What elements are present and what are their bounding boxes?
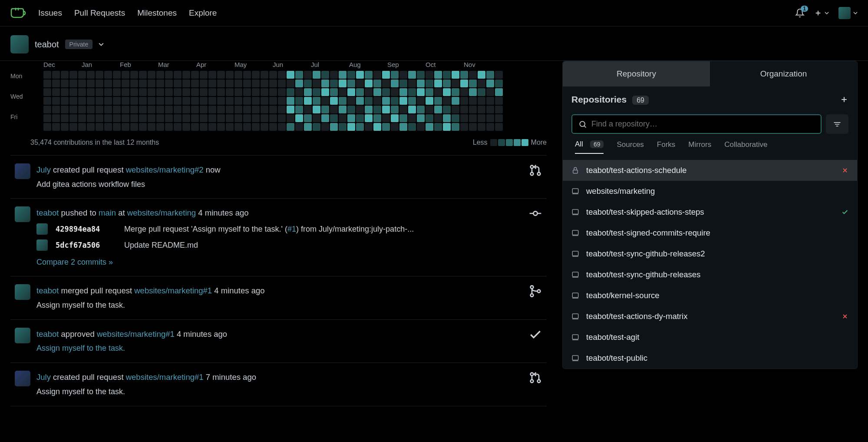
repositories-count: 69 xyxy=(632,96,649,105)
repo-item[interactable]: teabot/test-actions-dy-matrix xyxy=(563,306,857,327)
svg-point-8 xyxy=(531,380,534,383)
actor-link[interactable]: teabot xyxy=(36,286,59,295)
repo-icon xyxy=(571,333,580,341)
tab-repository[interactable]: Repository xyxy=(563,61,710,86)
search-icon xyxy=(578,120,587,129)
heatmap-grid[interactable] xyxy=(43,71,503,131)
target-link[interactable]: websites/marketing#1 xyxy=(134,286,212,295)
actor-link[interactable]: teabot xyxy=(36,208,59,217)
profile-header: teabot Private xyxy=(0,27,868,60)
repo-item[interactable]: teabot/test-sync-github-releases xyxy=(563,264,857,285)
repo-item[interactable]: teabot/test-public xyxy=(563,348,857,369)
repositories-title: Repositories xyxy=(571,94,627,104)
sort-button[interactable] xyxy=(826,114,848,134)
filter-tab[interactable]: Mirrors xyxy=(688,140,711,154)
profile-dropdown-icon[interactable] xyxy=(99,42,104,47)
heatmap-months: DecJanFebMarAprMayJunJulAugSepOctNov xyxy=(43,61,547,68)
commit-message: Update README.md xyxy=(124,239,198,252)
feed-avatar[interactable] xyxy=(15,284,30,300)
feed-avatar[interactable] xyxy=(15,206,30,222)
merge-icon xyxy=(528,284,542,298)
repo-name: teabot/kernel-source xyxy=(586,291,848,300)
nav-milestones[interactable]: Milestones xyxy=(137,8,177,18)
svg-point-3 xyxy=(533,212,537,216)
repo-name: teabot/test-sync-github-releases2 xyxy=(586,249,848,259)
filter-tab[interactable]: Sources xyxy=(617,140,644,154)
repo-name: teabot/test-sync-github-releases xyxy=(586,270,848,279)
commit-hash[interactable]: 429894ea84 xyxy=(56,223,116,235)
profile-name[interactable]: teabot xyxy=(35,40,59,50)
svg-point-4 xyxy=(531,286,534,289)
logo[interactable] xyxy=(10,7,26,20)
actor-link[interactable]: July xyxy=(36,165,51,174)
filter-tab[interactable]: All69 xyxy=(575,140,604,154)
repo-search-input[interactable] xyxy=(591,120,815,129)
target-link[interactable]: websites/marketing#1 xyxy=(97,329,175,339)
filter-tab[interactable]: Collaborative xyxy=(724,140,767,154)
svg-point-6 xyxy=(538,290,541,293)
nav-explore[interactable]: Explore xyxy=(189,8,217,18)
svg-point-5 xyxy=(531,294,534,297)
user-avatar xyxy=(838,7,851,19)
feed-subtitle: Assign myself to the task. xyxy=(36,386,542,398)
repo-link[interactable]: websites/marketing xyxy=(127,208,196,217)
tab-organization[interactable]: Organization xyxy=(710,61,857,86)
target-link[interactable]: websites/marketing#1 xyxy=(126,372,204,382)
repo-name: teabot/test-agit xyxy=(586,332,848,342)
svg-rect-14 xyxy=(572,230,578,235)
commit-row: 429894ea84Merge pull request 'Assign mys… xyxy=(36,223,542,236)
repo-item[interactable]: teabot/kernel-source xyxy=(563,285,857,306)
notifications-button[interactable]: 1 xyxy=(795,8,805,18)
pull-request-icon xyxy=(528,371,542,385)
repo-icon xyxy=(571,292,580,299)
feed-avatar[interactable] xyxy=(15,163,30,179)
commit-avatar[interactable] xyxy=(36,223,48,235)
target-link[interactable]: websites/marketing#2 xyxy=(126,165,204,174)
repo-item[interactable]: websites/marketing xyxy=(563,181,857,202)
repo-icon xyxy=(571,312,580,320)
commit-avatar[interactable] xyxy=(36,239,48,251)
actor-link[interactable]: teabot xyxy=(36,329,59,339)
heatmap-legend: Less More xyxy=(473,139,547,146)
actor-link[interactable]: July xyxy=(36,372,51,382)
svg-point-2 xyxy=(538,173,541,176)
pull-request-icon xyxy=(528,163,542,177)
branch-link[interactable]: main xyxy=(99,208,116,217)
filter-tab[interactable]: Forks xyxy=(657,140,676,154)
svg-rect-18 xyxy=(572,314,578,319)
create-menu[interactable] xyxy=(814,9,829,17)
user-menu[interactable] xyxy=(838,7,858,19)
svg-point-1 xyxy=(531,173,534,176)
feed-subtitle-link[interactable]: Assign myself to the task. xyxy=(36,344,125,352)
repo-item[interactable]: teabot/test-actions-schedule xyxy=(563,160,857,181)
repo-item[interactable]: teabot/test-agit xyxy=(563,327,857,348)
repo-icon xyxy=(571,250,580,258)
commit-hash[interactable]: 5dcf67a506 xyxy=(56,239,116,251)
compare-link[interactable]: Compare 2 commits » xyxy=(36,258,113,266)
status-success-icon xyxy=(842,209,848,216)
add-repo-button[interactable] xyxy=(840,95,848,104)
repo-name: teabot/test-public xyxy=(586,353,848,363)
repo-item[interactable]: teabot/test-signed-commits-require xyxy=(563,223,857,243)
svg-point-0 xyxy=(531,166,534,169)
feed-item: teabot merged pull request websites/mark… xyxy=(10,276,547,319)
svg-rect-13 xyxy=(572,209,578,214)
feed-avatar[interactable] xyxy=(15,371,30,386)
check-icon xyxy=(528,328,542,342)
svg-rect-19 xyxy=(572,335,578,339)
repo-name: teabot/test-actions-dy-matrix xyxy=(586,312,848,321)
svg-point-7 xyxy=(531,373,534,376)
commit-row: 5dcf67a506Update README.md xyxy=(36,239,542,252)
repo-item[interactable]: teabot/test-sync-github-releases2 xyxy=(563,243,857,264)
profile-avatar[interactable] xyxy=(10,35,29,53)
contribution-heatmap: DecJanFebMarAprMayJunJulAugSepOctNov Mon… xyxy=(10,61,547,152)
commit-message: Merge pull request 'Assign myself to the… xyxy=(124,223,414,236)
nav-issues[interactable]: Issues xyxy=(38,8,62,18)
repo-search[interactable] xyxy=(571,114,822,134)
commit-icon xyxy=(528,206,542,220)
nav-pull-requests[interactable]: Pull Requests xyxy=(74,8,125,18)
repo-item[interactable]: teabot/test-skipped-actions-steps xyxy=(563,202,857,223)
repo-name: teabot/test-actions-schedule xyxy=(586,166,848,175)
feed-avatar[interactable] xyxy=(15,328,30,343)
contribution-summary: 35,474 contributions in the last 12 mont… xyxy=(30,139,159,146)
